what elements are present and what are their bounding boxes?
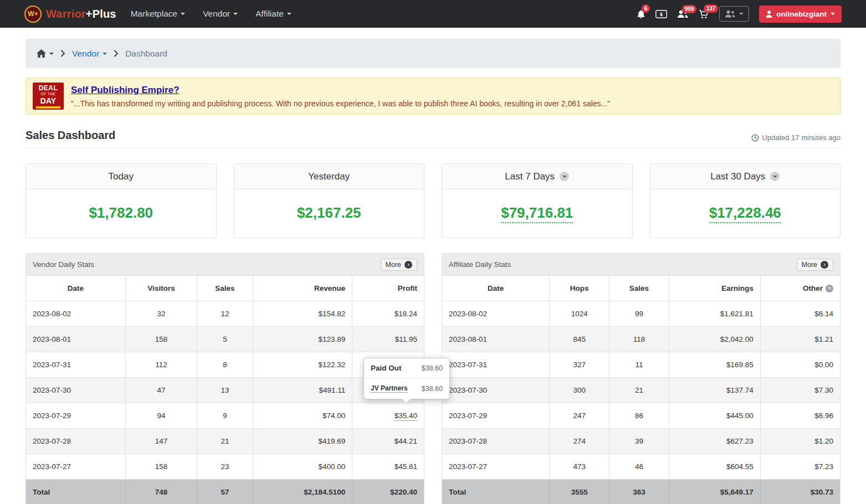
table-cell: 2023-07-28 (442, 429, 550, 454)
table-cell: $123.89 (253, 327, 352, 352)
table-cell: $2,042.00 (669, 327, 760, 352)
table-cell: $7.23 (760, 454, 840, 480)
deal-badge-strip (36, 106, 61, 109)
table-row: 2023-08-02102499$1,621.81$6.14 (442, 301, 840, 327)
stat-value-yesterday: $2,167.25 (297, 204, 361, 221)
chevron-down-icon (103, 53, 107, 55)
stat-cards-row: Today $1,782.80 Yesterday $2,167.25 Last… (25, 163, 841, 238)
users-dropdown-button[interactable] (719, 6, 749, 22)
cart-count-badge: 137 (704, 4, 718, 13)
col-header-hops: Hops (550, 276, 609, 301)
table-cell: 12 (197, 301, 253, 327)
breadcrumb: Vendor Dashboard (25, 39, 841, 68)
table-cell: 99 (609, 301, 669, 327)
col-header-revenue: Revenue (253, 276, 352, 301)
table-cell: $1.21 (760, 327, 840, 352)
breadcrumb-home-dropdown[interactable] (37, 49, 54, 58)
popover-title: Paid Out (371, 364, 402, 372)
table-cell: $1,621.81 (669, 301, 760, 327)
notifications-bell-icon[interactable]: 6 (637, 9, 645, 19)
col-header-visitors: Visitors (126, 276, 197, 301)
table-row: 2023-07-2924786$445.00$6.96 (442, 403, 840, 429)
nav-vendor[interactable]: Vendor (203, 9, 238, 19)
total-other: $30.73 (760, 480, 840, 504)
home-icon (37, 49, 46, 58)
money-check-icon[interactable]: $ (655, 10, 667, 18)
col-header-date: Date (442, 276, 550, 301)
table-cell: $122.32 (253, 352, 352, 378)
stat-value-last-7-days[interactable]: $79,716.81 (501, 204, 573, 223)
table-cell: 247 (550, 403, 609, 429)
table-cell: 327 (550, 352, 609, 378)
total-hops: 3555 (550, 480, 609, 504)
popover-paid-out-amount: $38.60 (422, 364, 443, 372)
user-friends-icon[interactable]: 999 (677, 10, 689, 18)
table-row: 2023-07-2715823$400.00$45.81 (26, 454, 424, 480)
table-cell: $45.81 (352, 454, 424, 480)
table-cell: $35.40 (352, 403, 424, 429)
tables-row: Vendor Daily Stats More › Date Visitors … (25, 253, 841, 504)
chevron-down-icon (831, 13, 835, 15)
table-cell: $0.00 (760, 352, 840, 378)
table-cell: $627.23 (669, 429, 760, 454)
col-header-sales: Sales (609, 276, 669, 301)
table-cell: 2023-07-27 (26, 454, 126, 480)
col-header-profit: Profit (352, 276, 424, 301)
affiliate-more-button[interactable]: More › (797, 259, 833, 271)
table-row: 2023-08-023212$154.82$18.24 (26, 301, 424, 327)
table-cell: $604.55 (669, 454, 760, 480)
chevron-down-icon[interactable] (560, 172, 569, 181)
jv-partners-link[interactable]: JV Partners (371, 384, 408, 393)
notification-count-badge: 6 (642, 4, 650, 13)
table-cell: $18.24 (352, 301, 424, 327)
vendor-more-button[interactable]: More › (381, 259, 417, 271)
table-cell: 2023-08-02 (442, 301, 550, 327)
breadcrumb-vendor-dropdown[interactable]: Vendor (72, 49, 107, 59)
table-cell: 147 (126, 429, 197, 454)
table-body: 2023-08-02102499$1,621.81$6.142023-08-01… (442, 301, 840, 480)
col-header-other: Other? (760, 276, 840, 301)
table-cell: 2023-07-29 (442, 403, 550, 429)
table-row: 2023-07-2747346$604.55$7.23 (442, 454, 840, 480)
table-row: 2023-07-2827439$627.23$1.20 (442, 429, 840, 454)
table-cell: 118 (609, 327, 669, 352)
table-header-row: Date Visitors Sales Revenue Profit (26, 276, 424, 301)
table-cell: 2023-07-31 (442, 352, 550, 378)
warriorplus-brand[interactable]: W+ Warrior+Plus (24, 6, 116, 23)
affiliate-daily-stats-table: Date Hops Sales Earnings Other? 2023-08-… (442, 276, 840, 504)
help-icon[interactable]: ? (826, 285, 833, 292)
profit-breakdown-trigger[interactable]: $35.40 (394, 412, 417, 421)
table-row: 2023-08-011585$123.89$11.95 (26, 327, 424, 352)
col-header-earnings: Earnings (669, 276, 760, 301)
nav-marketplace[interactable]: Marketplace (131, 9, 185, 19)
total-sales: 57 (197, 480, 253, 504)
table-cell: 32 (126, 301, 197, 327)
total-revenue: $2,184.5100 (253, 480, 352, 504)
table-cell: 8 (197, 352, 253, 378)
nav-affiliate[interactable]: Affiliate (255, 9, 291, 19)
deal-quote: "...This has transformed my writing and … (71, 99, 610, 108)
users-cog-icon (725, 10, 736, 18)
table-cell: 2023-07-30 (442, 378, 550, 403)
chevron-down-icon (233, 13, 238, 15)
deal-title-link[interactable]: Self Publishing Empire? (71, 85, 180, 96)
stat-value-last-30-days[interactable]: $17,228.46 (709, 204, 781, 223)
arrow-right-circle-icon: › (404, 261, 412, 269)
cart-icon[interactable]: 137 (699, 9, 709, 19)
table-cell: $169.85 (669, 352, 760, 378)
account-menu-button[interactable]: onlinebizgiant (759, 6, 842, 23)
deal-of-the-day-badge: DEAL OF THE DAY (33, 83, 64, 110)
table-cell: 86 (609, 403, 669, 429)
chevron-down-icon (287, 13, 291, 15)
chevron-down-icon (739, 13, 744, 15)
total-visitors: 748 (126, 480, 197, 504)
table-cell: $11.95 (352, 327, 424, 352)
table-cell: 9 (197, 403, 253, 429)
chevron-down-icon[interactable] (770, 172, 780, 181)
chevron-down-icon (49, 53, 54, 55)
table-header-row: Date Hops Sales Earnings Other? (442, 276, 840, 301)
affiliate-daily-stats-card: Affiliate Daily Stats More › Date Hops S… (442, 253, 841, 504)
total-sales: 363 (609, 480, 669, 504)
table-cell: $419.69 (253, 429, 352, 454)
breadcrumb-current-page: Dashboard (125, 49, 167, 59)
